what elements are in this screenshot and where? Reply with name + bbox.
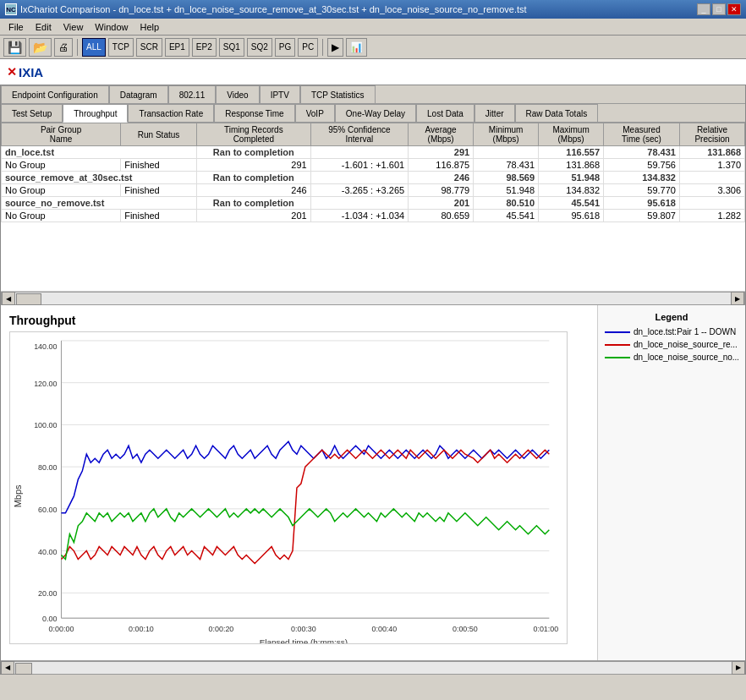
filter-sq2[interactable]: SQ2 (247, 38, 272, 57)
max-3: 95.618 (539, 210, 604, 222)
filter-pc[interactable]: PC (298, 38, 318, 57)
svg-text:40.00: 40.00 (38, 548, 57, 556)
legend-label-1: dn_loce.tst:Pair 1 -- DOWN (634, 327, 736, 336)
tab-transaction-rate[interactable]: Transaction Rate (128, 104, 214, 122)
group-2: No Group (2, 184, 121, 197)
group-1: No Group (2, 159, 121, 172)
tab-response-time[interactable]: Response Time (214, 104, 294, 122)
svg-text:80.00: 80.00 (38, 463, 57, 472)
minimize-button[interactable]: _ (697, 3, 710, 15)
tab-bar-1: Endpoint Configuration Datagram 802.11 V… (1, 85, 745, 104)
menu-help[interactable]: Help (134, 21, 164, 33)
svg-text:0:00:20: 0:00:20 (209, 625, 234, 633)
scroll-left[interactable]: ◀ (2, 292, 15, 305)
tab-test-setup[interactable]: Test Setup (1, 104, 63, 122)
status-1: Finished (121, 159, 197, 172)
header-timing-records: Timing RecordsCompleted (196, 123, 310, 146)
toolbar-run[interactable]: ▶ (327, 38, 343, 57)
maximize-button[interactable]: □ (712, 3, 726, 15)
svg-text:0:00:00: 0:00:00 (49, 625, 74, 633)
svg-text:0:00:10: 0:00:10 (129, 625, 154, 633)
logo-text: IXIA (19, 65, 43, 79)
filter-ep2[interactable]: EP2 (192, 38, 217, 57)
mtime-1: 59.756 (604, 159, 680, 172)
svg-rect-0 (11, 332, 566, 643)
svg-text:Mbps: Mbps (13, 484, 23, 507)
summary-max-2: 134.832 (604, 172, 680, 184)
tab-iptv[interactable]: IPTV (260, 85, 300, 103)
svg-text:0:01:00: 0:01:00 (533, 625, 558, 633)
tab-lost-data[interactable]: Lost Data (416, 104, 474, 122)
group-3: No Group (2, 210, 121, 222)
table-row: dn_loce.tst Ran to completion 291 116.55… (2, 146, 745, 159)
tab-endpoint-config[interactable]: Endpoint Configuration (1, 85, 109, 103)
chart-panel: Throughput Mbps (1, 305, 745, 660)
rp-1: 1.370 (679, 159, 744, 172)
toolbar-print[interactable]: 🖨 (54, 38, 73, 57)
completion-2: Ran to completion (196, 172, 310, 184)
bottom-scrollbar[interactable]: ◀ ▶ (1, 660, 745, 674)
menu-file[interactable]: File (3, 21, 29, 33)
legend-panel: Legend dn_loce.tst:Pair 1 -- DOWN dn_loc… (597, 305, 745, 660)
svg-text:60.00: 60.00 (38, 506, 57, 514)
chart-main: Throughput Mbps (1, 305, 597, 660)
completion-1: Ran to completion (196, 146, 310, 159)
tab-voip[interactable]: VoIP (295, 104, 335, 122)
chart-scroll-track[interactable] (14, 661, 732, 675)
header-average: Average(Mbps) (409, 123, 474, 146)
menu-window[interactable]: Window (90, 21, 133, 33)
legend-line-red (605, 344, 630, 346)
svg-text:0:00:40: 0:00:40 (371, 625, 397, 633)
toolbar-open[interactable]: 📂 (29, 38, 52, 57)
scroll-thumb[interactable] (16, 293, 41, 305)
tab-video[interactable]: Video (216, 85, 259, 103)
chart-scroll-left[interactable]: ◀ (1, 661, 14, 675)
header-pair-group-name: Pair GroupName (2, 123, 121, 146)
menu-edit[interactable]: Edit (30, 21, 57, 33)
filter-scr[interactable]: SCR (136, 38, 162, 57)
timing-3: 201 (196, 210, 310, 222)
timing-1: 291 (196, 159, 310, 172)
svg-text:0:00:50: 0:00:50 (453, 625, 478, 633)
summary-max-3: 95.618 (604, 197, 680, 210)
table-scroll[interactable]: ◀ ▶ (1, 292, 745, 305)
toolbar-chart[interactable]: 📊 (346, 38, 367, 57)
filter-all[interactable]: ALL (82, 38, 106, 57)
avg-2: 98.779 (409, 184, 474, 197)
legend-item-1: dn_loce.tst:Pair 1 -- DOWN (605, 327, 738, 336)
filter-pg[interactable]: PG (275, 38, 295, 57)
svg-text:0:00:30: 0:00:30 (291, 625, 316, 633)
scroll-track[interactable] (15, 292, 731, 305)
toolbar-save[interactable]: 💾 (3, 38, 26, 57)
filter-ep1[interactable]: EP1 (165, 38, 189, 57)
close-button[interactable]: ✕ (727, 3, 741, 15)
timing-2: 246 (196, 184, 310, 197)
svg-text:0.00: 0.00 (42, 615, 57, 623)
section-name-2: source_remove_at_30sec.tst (2, 172, 197, 184)
filter-sq1[interactable]: SQ1 (219, 38, 244, 57)
rp-2: 3.306 (679, 184, 744, 197)
logo-x-icon: ✕ (7, 65, 17, 79)
summary-timing-1: 291 (409, 146, 474, 159)
menu-view[interactable]: View (58, 21, 89, 33)
legend-line-blue (605, 331, 630, 333)
scroll-right[interactable]: ▶ (731, 292, 744, 305)
tab-bar-2: Test Setup Throughput Transaction Rate R… (1, 104, 745, 123)
app-icon: NC (5, 3, 17, 15)
chart-scroll-right[interactable]: ▶ (732, 661, 745, 675)
filter-tcp[interactable]: TCP (108, 38, 134, 57)
tab-tcp-statistics[interactable]: TCP Statistics (300, 85, 376, 103)
avg-3: 80.659 (409, 210, 474, 222)
tab-jitter[interactable]: Jitter (474, 104, 515, 122)
summary-max-1: 131.868 (679, 146, 744, 159)
summary-timing-2: 246 (409, 172, 474, 184)
tab-one-way-delay[interactable]: One-Way Delay (335, 104, 416, 122)
tab-throughput[interactable]: Throughput (63, 104, 128, 123)
tab-datagram[interactable]: Datagram (109, 85, 168, 103)
header-measured-time: MeasuredTime (sec) (604, 123, 680, 146)
tab-80211[interactable]: 802.11 (168, 85, 217, 103)
mtime-3: 59.807 (604, 210, 680, 222)
legend-line-green (605, 357, 630, 358)
chart-scroll-thumb[interactable] (15, 663, 32, 675)
tab-raw-data[interactable]: Raw Data Totals (515, 104, 599, 122)
